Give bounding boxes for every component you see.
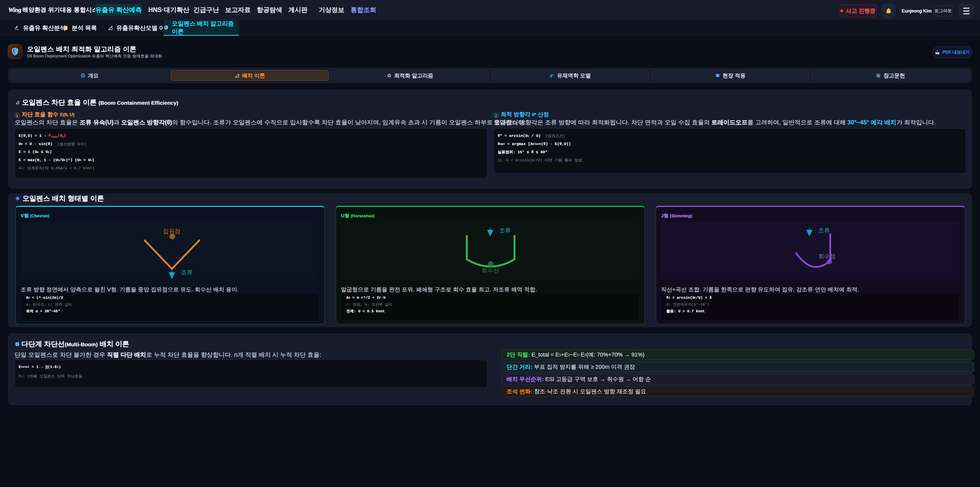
svg-text:회수선: 회수선	[482, 267, 499, 274]
svg-text:2: 2	[18, 342, 18, 344]
svg-text:조류: 조류	[181, 269, 192, 276]
svg-text:1: 1	[16, 342, 17, 344]
svg-text:조류: 조류	[818, 227, 830, 234]
svg-text:회수점: 회수점	[818, 253, 836, 259]
svg-text:3: 3	[16, 344, 17, 346]
svg-text:조류: 조류	[499, 227, 511, 234]
